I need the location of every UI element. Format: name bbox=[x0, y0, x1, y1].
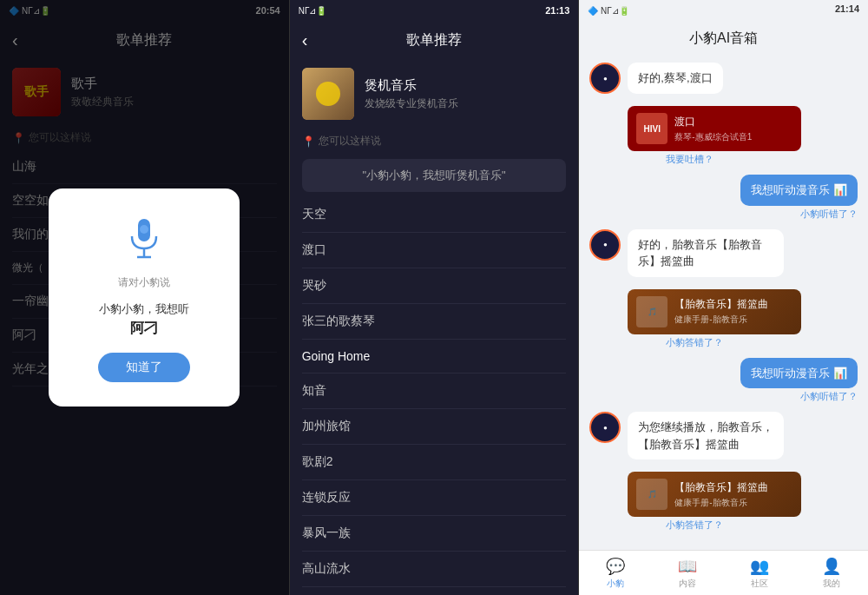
user-msg-2-container: 我想听动漫音乐 📊 小豹听错了？ bbox=[589, 358, 858, 404]
nav-item-content[interactable]: 📖 内容 bbox=[652, 551, 724, 595]
p2-speech-bubble: "小豹小豹，我想听煲机音乐" bbox=[302, 159, 567, 192]
p2-song-zhiyin[interactable]: 知音 bbox=[302, 374, 567, 409]
taijiao1-info: 【胎教音乐】摇篮曲 健康手册-胎教音乐 bbox=[674, 297, 768, 326]
feedback-2[interactable]: 小豹答错了？ bbox=[666, 336, 858, 349]
p2-speech-hint: 📍 您可以这样说 bbox=[290, 129, 579, 154]
chat-bubble-1: 好的,蔡琴,渡口 bbox=[628, 63, 722, 94]
voice-prefix: 小豹小豹，我想听 bbox=[99, 302, 189, 315]
p3-chat: ● 好的,蔡琴,渡口 HIVI 渡口 蔡琴-惠威综合试音1 我要吐槽？ 我想听动… bbox=[579, 56, 868, 550]
voice-confirm-button[interactable]: 知道了 bbox=[98, 353, 190, 382]
community-nav-icon: 👥 bbox=[750, 557, 769, 576]
ai-avatar-2: ● bbox=[589, 229, 621, 261]
p2-song-opera2[interactable]: 歌剧2 bbox=[302, 445, 567, 480]
p2-speech-hint-text: 您可以这样说 bbox=[319, 134, 381, 149]
p3-status-bar: 🔷 NΓ⊿🔋 21:14 bbox=[579, 0, 868, 21]
time-2: 21:13 bbox=[545, 5, 569, 16]
svg-point-3 bbox=[140, 225, 148, 234]
nav-item-mine[interactable]: 👤 我的 bbox=[796, 551, 868, 595]
music-card-dukou[interactable]: HIVI 渡口 蔡琴-惠威综合试音1 bbox=[628, 106, 801, 151]
ai-avatar-1: ● bbox=[589, 63, 621, 94]
p2-song-ksha[interactable]: 哭砂 bbox=[302, 268, 567, 304]
dukou-info: 渡口 蔡琴-惠威综合试音1 bbox=[674, 115, 752, 143]
taijiao1-sub: 健康手册-胎教音乐 bbox=[674, 314, 768, 326]
taijiao2-thumb: 🎵 bbox=[636, 479, 667, 510]
user-bubble-1: 我想听动漫音乐 📊 bbox=[740, 175, 858, 206]
taijiao2-sub: 健康手册-胎教音乐 bbox=[674, 497, 768, 509]
chat-nav-icon: 💬 bbox=[606, 557, 625, 576]
taijiao1-thumb: 🎵 bbox=[636, 296, 667, 327]
p3-time: 21:14 bbox=[835, 3, 859, 17]
dukou-sub: 蔡琴-惠威综合试音1 bbox=[674, 131, 752, 143]
music-card-taijiao1-container: 🎵 【胎教音乐】摇篮曲 健康手册-胎教音乐 小豹答错了？ bbox=[628, 286, 858, 349]
music-card-dukou-container: HIVI 渡口 蔡琴-惠威综合试音1 我要吐槽？ bbox=[628, 102, 858, 166]
p2-song-california[interactable]: 加州旅馆 bbox=[302, 409, 567, 445]
user-msg-2: 我想听动漫音乐 📊 bbox=[740, 358, 858, 389]
hivi-logo: HIVI bbox=[636, 113, 667, 144]
voice-text: 小豹小豹，我想听 阿刁 bbox=[99, 301, 189, 339]
p2-song-mountain[interactable]: 高山流水 bbox=[302, 552, 567, 587]
feedback-1[interactable]: 我要吐槽？ bbox=[666, 153, 858, 166]
p3-signal-icons: 🔷 NΓ⊿🔋 bbox=[588, 3, 629, 17]
voice-dialog-overlay: 请对小豹说 小豹小豹，我想听 阿刁 知道了 bbox=[0, 0, 289, 595]
p2-playlist-name: 煲机音乐 bbox=[365, 77, 458, 94]
mine-nav-icon: 👤 bbox=[822, 557, 841, 576]
user-feedback-2[interactable]: 小豹听错了？ bbox=[800, 390, 858, 403]
p2-playlist-info: 煲机音乐 发烧级专业煲机音乐 bbox=[365, 77, 458, 111]
chat-bubble-2: 好的，胎教音乐【胎教音乐】摇篮曲 bbox=[628, 229, 784, 277]
music-card-taijiao2-container: 🎵 【胎教音乐】摇篮曲 健康手册-胎教音乐 小豹答错了？ bbox=[628, 468, 858, 532]
panel-1: 🔷 NΓ⊿🔋 20:54 ‹ 歌单推荐 歌手 致敬经典音乐 📍 您可以这样说 山… bbox=[0, 0, 290, 595]
status-bar-2: NΓ⊿🔋 21:13 bbox=[290, 0, 579, 21]
user-feedback-1[interactable]: 小豹听错了？ bbox=[800, 208, 858, 221]
content-nav-icon: 📖 bbox=[678, 557, 697, 576]
voice-dialog: 请对小豹说 小豹小豹，我想听 阿刁 知道了 bbox=[49, 188, 240, 407]
p2-playlist-sub: 发烧级专业煲机音乐 bbox=[365, 96, 458, 111]
music-card-taijiao2[interactable]: 🎵 【胎教音乐】摇篮曲 健康手册-胎教音乐 bbox=[628, 472, 801, 517]
speech-icon: 📍 bbox=[302, 136, 315, 148]
panel-3: 🔷 NΓ⊿🔋 21:14 小豹AI音箱 ● 好的,蔡琴,渡口 HIVI 渡口 蔡… bbox=[579, 0, 868, 595]
community-nav-label: 社区 bbox=[751, 578, 768, 590]
chat-msg-1: ● 好的,蔡琴,渡口 bbox=[589, 63, 858, 94]
ai-avatar-3: ● bbox=[589, 412, 621, 443]
user-msg-1: 我想听动漫音乐 📊 bbox=[740, 175, 858, 206]
p3-title: 小豹AI音箱 bbox=[689, 30, 758, 48]
p2-song-goinghome[interactable]: Going Home bbox=[302, 340, 567, 374]
p2-song-ajie[interactable]: 阿姐鼓 bbox=[302, 587, 567, 595]
p2-playlist-header: 煲机音乐 发烧级专业煲机音乐 bbox=[290, 59, 579, 129]
p2-song-tiankong[interactable]: 天空 bbox=[302, 197, 567, 233]
signal-2: NΓ⊿🔋 bbox=[299, 6, 327, 16]
mic-icon bbox=[127, 217, 161, 261]
chat-msg-3: ● 为您继续播放，胎教音乐，【胎教音乐】摇篮曲 bbox=[589, 412, 858, 459]
music-card-taijiao1[interactable]: 🎵 【胎教音乐】摇篮曲 健康手册-胎教音乐 bbox=[628, 289, 801, 334]
content-nav-label: 内容 bbox=[679, 578, 696, 590]
mine-nav-label: 我的 bbox=[823, 578, 840, 590]
top-nav-2: ‹ 歌单推荐 bbox=[290, 21, 579, 59]
p2-song-zhangsan[interactable]: 张三的歌蔡琴 bbox=[302, 304, 567, 340]
nav-item-community[interactable]: 👥 社区 bbox=[724, 551, 796, 595]
chat-nav-label: 小豹 bbox=[607, 578, 624, 590]
feedback-3[interactable]: 小豹答错了？ bbox=[666, 519, 858, 532]
dukou-title: 渡口 bbox=[674, 115, 752, 129]
p3-bottom-nav: 💬 小豹 📖 内容 👥 社区 👤 我的 bbox=[579, 550, 868, 595]
nav-item-chat[interactable]: 💬 小豹 bbox=[579, 551, 651, 595]
chat-bubble-3: 为您继续播放，胎教音乐，【胎教音乐】摇篮曲 bbox=[628, 412, 784, 459]
taijiao2-title: 【胎教音乐】摇篮曲 bbox=[674, 480, 768, 495]
voice-highlight: 阿刁 bbox=[130, 321, 158, 335]
p2-song-storm[interactable]: 暴风一族 bbox=[302, 516, 567, 552]
mic-icon-container bbox=[118, 213, 170, 265]
taijiao2-info: 【胎教音乐】摇篮曲 健康手册-胎教音乐 bbox=[674, 480, 768, 509]
p2-song-dukou[interactable]: 渡口 bbox=[302, 233, 567, 268]
user-msg-1-container: 我想听动漫音乐 📊 小豹听错了？ bbox=[589, 175, 858, 221]
chat-msg-2: ● 好的，胎教音乐【胎教音乐】摇篮曲 bbox=[589, 229, 858, 277]
p2-song-chain[interactable]: 连锁反应 bbox=[302, 480, 567, 516]
user-bubble-2: 我想听动漫音乐 📊 bbox=[740, 358, 858, 389]
back-button-2[interactable]: ‹ bbox=[302, 30, 308, 50]
p2-song-list: 天空 渡口 哭砂 张三的歌蔡琴 Going Home 知音 加州旅馆 歌剧2 连… bbox=[290, 197, 579, 595]
nav-title-2: 歌单推荐 bbox=[406, 31, 462, 50]
panel-2: NΓ⊿🔋 21:13 ‹ 歌单推荐 煲机音乐 发烧级专业煲机音乐 📍 您可以这样… bbox=[290, 0, 580, 595]
p3-top-nav: 小豹AI音箱 bbox=[579, 21, 868, 56]
p2-playlist-thumb bbox=[302, 68, 354, 120]
voice-hint-text: 请对小豹说 bbox=[118, 275, 170, 290]
taijiao1-title: 【胎教音乐】摇篮曲 bbox=[674, 297, 768, 312]
signal-icons-2: NΓ⊿🔋 bbox=[299, 6, 327, 16]
